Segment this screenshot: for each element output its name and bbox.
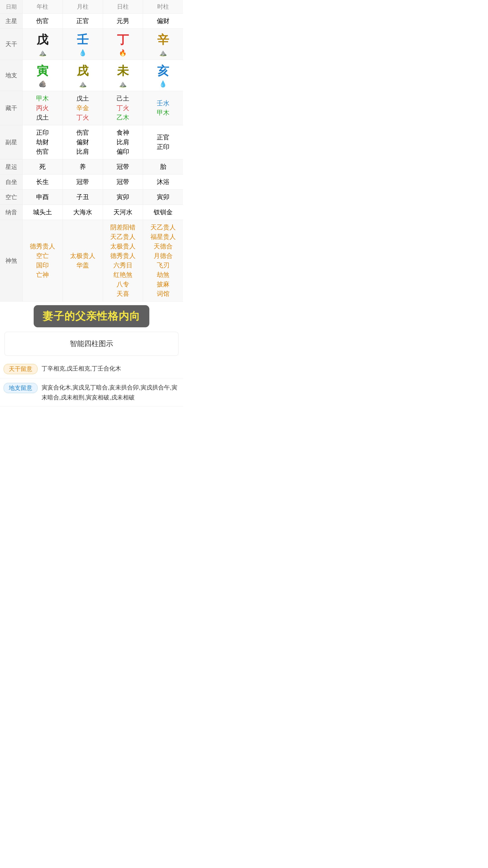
- tiangan-nian: 戊 ⛰️: [23, 29, 63, 60]
- tiangan-yue: 壬 💧: [63, 29, 103, 60]
- fuxing-nian: 正印 劫财 伤官: [23, 125, 63, 159]
- canggan-ri: 己土 丁火 乙木: [103, 91, 143, 125]
- fuxing-label: 副星: [0, 125, 23, 159]
- canggan-shi: 壬水 甲木: [143, 91, 183, 125]
- nayin-label: 纳音: [0, 205, 23, 220]
- overlay-text: 妻子的父亲性格内向: [43, 310, 140, 322]
- zizuo-row: 自坐 长生 冠带 冠带 沐浴: [0, 175, 183, 190]
- zhuxing-label: 主星: [0, 13, 23, 29]
- canggan-yue: 戊土 辛金 丁火: [63, 91, 103, 125]
- nayin-row: 纳音 城头土 大海水 天河水 钗钏金: [0, 205, 183, 220]
- nayin-nian: 城头土: [23, 205, 63, 220]
- xingyun-yue: 养: [63, 159, 103, 174]
- fuxing-yue: 伤官 偏财 比肩: [63, 125, 103, 159]
- overlay-badge: 妻子的父亲性格内向: [34, 305, 149, 327]
- xingyun-row: 星运 死 养 冠带 胎: [0, 159, 183, 175]
- nayin-shi: 钗钏金: [143, 205, 183, 220]
- shensha-ri: 阴差阳错 天乙贵人 太极贵人 德秀贵人 六秀日 红艳煞 八专 天喜: [103, 220, 143, 301]
- canggan-nian: 甲木 丙火 戊土: [23, 91, 63, 125]
- dizhi-yue: 戌 ⛰️: [63, 60, 103, 91]
- shensha-yue: 太极贵人 华盖: [63, 220, 103, 301]
- kongwang-shi: 寅卯: [143, 190, 183, 205]
- shensha-row: 神煞 德秀贵人 空亡 国印 亡神 太极贵人 华盖 阴差阳错 天乙贵人 太极贵人 …: [0, 220, 183, 302]
- kongwang-nian: 申酉: [23, 190, 63, 205]
- zizuo-yue: 冠带: [63, 175, 103, 189]
- tiangan-shi: 辛 ⛰️: [143, 29, 183, 60]
- header-yue: 月柱: [63, 0, 103, 13]
- dizhi-label: 地支: [0, 60, 23, 91]
- smart-section[interactable]: 智能四柱图示: [4, 332, 178, 356]
- kongwang-label: 空亡: [0, 190, 23, 205]
- header-row: 日期 年柱 月柱 日柱 时柱: [0, 0, 183, 13]
- zhuxing-yue: 正官: [63, 13, 103, 29]
- note-dizhi: 地支留意 寅亥合化木,寅戌见丁暗合,亥未拱合卯,寅戌拱合午,寅末暗合,戌未相刑,…: [0, 378, 183, 407]
- notes-section: 天干留意 丁辛相克,戊壬相克,丁壬合化木 地支留意 寅亥合化木,寅戌见丁暗合,亥…: [0, 360, 183, 407]
- canggan-row: 藏干 甲木 丙火 戊土 戊土 辛金 丁火 己土 丁火 乙木 壬: [0, 91, 183, 125]
- fuxing-shi: 正官 正印: [143, 125, 183, 159]
- dizhi-nian: 寅 🪨: [23, 60, 63, 91]
- xingyun-label: 星运: [0, 159, 23, 174]
- note-dizhi-tag: 地支留意: [4, 383, 37, 393]
- smart-label: 智能四柱图示: [70, 340, 113, 348]
- zhuxing-shi: 偏财: [143, 13, 183, 29]
- header-label-text: 日期: [6, 3, 17, 10]
- bazi-table: 日期 年柱 月柱 日柱 时柱 主星 伤官 正官 元男 偏财: [0, 0, 183, 302]
- kongwang-ri: 寅卯: [103, 190, 143, 205]
- tiangan-ri: 丁 🔥: [103, 29, 143, 60]
- xingyun-shi: 胎: [143, 159, 183, 174]
- zhuxing-row: 主星 伤官 正官 元男 偏财: [0, 13, 183, 29]
- xingyun-nian: 死: [23, 159, 63, 174]
- zhuxing-nian: 伤官: [23, 13, 63, 29]
- zizuo-ri: 冠带: [103, 175, 143, 189]
- note-tiangan-text: 丁辛相克,戊壬相克,丁壬合化木: [41, 364, 121, 373]
- header-ri: 日柱: [103, 0, 143, 13]
- zhuxing-ri: 元男: [103, 13, 143, 29]
- note-tiangan-tag: 天干留意: [4, 364, 37, 374]
- dizhi-row: 地支 寅 🪨 戌 ⛰️ 未 ⛰️ 亥 💧: [0, 60, 183, 91]
- nayin-yue: 大海水: [63, 205, 103, 220]
- note-dizhi-text: 寅亥合化木,寅戌见丁暗合,亥未拱合卯,寅戌拱合午,寅末暗合,戌未相刑,寅亥相破,…: [41, 382, 180, 402]
- tiangan-label: 天干: [0, 29, 23, 60]
- header-shi: 时柱: [143, 0, 183, 13]
- tiangan-row: 天干 戊 ⛰️ 壬 💧 丁 🔥 辛 ⛰️: [0, 29, 183, 60]
- nayin-ri: 天河水: [103, 205, 143, 220]
- fuxing-ri: 食神 比肩 偏印: [103, 125, 143, 159]
- xingyun-ri: 冠带: [103, 159, 143, 174]
- shensha-shi: 天乙贵人 福星贵人 天德合 月德合 飞刃 劫煞 披麻 词馆: [143, 220, 183, 301]
- header-label: 日期: [0, 0, 23, 13]
- note-tiangan: 天干留意 丁辛相克,戊壬相克,丁壬合化木: [0, 360, 183, 378]
- zizuo-nian: 长生: [23, 175, 63, 189]
- dizhi-shi: 亥 💧: [143, 60, 183, 91]
- header-nian: 年柱: [23, 0, 63, 13]
- overlay-section: 妻子的父亲性格内向: [0, 306, 183, 327]
- zizuo-label: 自坐: [0, 175, 23, 189]
- canggan-label: 藏干: [0, 91, 23, 125]
- zizuo-shi: 沐浴: [143, 175, 183, 189]
- kongwang-row: 空亡 申酉 子丑 寅卯 寅卯: [0, 190, 183, 205]
- fuxing-row: 副星 正印 劫财 伤官 伤官 偏财 比肩 食神 比肩 偏印 正: [0, 125, 183, 159]
- kongwang-yue: 子丑: [63, 190, 103, 205]
- dizhi-ri: 未 ⛰️: [103, 60, 143, 91]
- shensha-label: 神煞: [0, 220, 23, 301]
- shensha-nian: 德秀贵人 空亡 国印 亡神: [23, 220, 63, 301]
